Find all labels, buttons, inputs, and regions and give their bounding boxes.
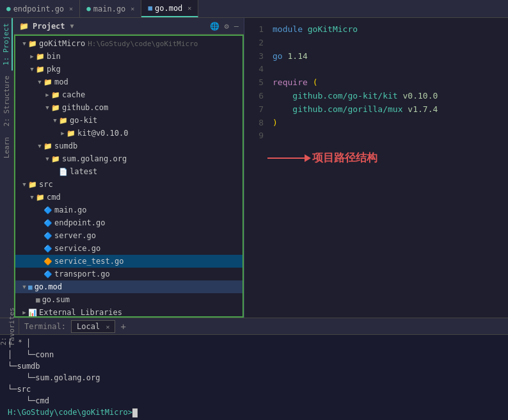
folder-icon: 📁 <box>28 40 37 48</box>
expand-arrow-icon: ▼ <box>44 104 51 111</box>
expand-arrow-icon: ▼ <box>44 156 51 162</box>
expand-arrow-icon: ▼ <box>20 40 28 47</box>
tree-item-external-libs[interactable]: ▶ 📊 External Libraries <box>15 306 242 318</box>
bottom-panel: 2: Favorites ★ Terminal: Local ✕ + │ │ │… <box>0 318 508 420</box>
favorites-side-tab[interactable]: 2: Favorites ★ <box>5 318 19 334</box>
term-line-4: └─sum.golang.org <box>8 372 500 384</box>
tree-item-go-kit[interactable]: ▼ 📁 go-kit <box>15 114 242 127</box>
code-line-7: github.com/gorilla/mux v1.7.4 <box>273 103 508 117</box>
tree-item-transport-go[interactable]: 🔷 transport.go <box>15 268 242 280</box>
tree-item-github-com[interactable]: ▼ 📁 github.com <box>15 101 242 114</box>
terminal-tab-close-icon[interactable]: ✕ <box>106 323 109 330</box>
arrow-shaft <box>267 158 306 159</box>
term-line-1: │ │ <box>8 337 500 349</box>
tree-item-service-test-go[interactable]: 🔶 service_test.go <box>15 255 242 268</box>
code-line-9 <box>273 129 508 143</box>
tree-item-latest[interactable]: 📄 latest <box>15 165 242 178</box>
folder-icon: 📁 <box>51 155 60 163</box>
term-prompt-line: H:\GoStudy\code\goKitMicro> <box>8 407 500 418</box>
tab-main-go[interactable]: ● main.go ✕ <box>80 0 141 17</box>
expand-arrow-icon: ▼ <box>28 194 36 200</box>
term-line-5: └─src <box>8 384 500 395</box>
main-area: 1: Project 2: Structure Learn 📁 Project … <box>0 18 508 318</box>
expand-arrow-icon: ▼ <box>20 284 28 290</box>
file-icon: 📄 <box>59 168 68 176</box>
terminal-tab-bar: 2: Favorites ★ Terminal: Local ✕ + <box>0 318 508 335</box>
tree-item-kit[interactable]: ▶ 📁 kit@v0.10.0 <box>15 127 242 140</box>
project-icon: 📁 <box>19 22 29 31</box>
tree-item-cmd[interactable]: ▼ 📁 cmd <box>15 191 242 204</box>
tree-item-pkg[interactable]: ▼ 📁 pkg <box>15 63 242 76</box>
folder-icon: 📁 <box>59 117 68 125</box>
tree-item-service-go[interactable]: 🔷 service.go <box>15 242 242 255</box>
tab-endpoint-go[interactable]: ● endpoint.go ✕ <box>0 0 80 17</box>
tab-close-icon[interactable]: ✕ <box>187 4 191 12</box>
settings-icon[interactable]: ⚙ <box>225 22 229 31</box>
favorites-label: 2: Favorites ★ <box>0 307 24 346</box>
folder-icon: 📁 <box>28 181 37 189</box>
header-icons: 🌐 ⚙ — <box>210 22 239 31</box>
expand-arrow-icon: ▶ <box>28 53 36 60</box>
tree-item-bin[interactable]: ▶ 📁 bin <box>15 50 242 63</box>
folder-icon: 📁 <box>36 193 45 202</box>
tree-item-cache[interactable]: ▶ 📁 cache <box>15 88 242 101</box>
folder-icon: 📁 <box>36 52 45 61</box>
code-line-8: ) <box>273 117 508 130</box>
tree-item-sum-golang[interactable]: ▼ 📁 sum.golang.org <box>15 152 242 165</box>
tree-item-endpoint-go[interactable]: 🔷 endpoint.go <box>15 216 242 229</box>
go-file-icon: ● <box>6 4 11 13</box>
tab-close-icon[interactable]: ✕ <box>131 5 134 12</box>
tree-item-sumdb[interactable]: ▼ 📁 sumdb <box>15 140 242 152</box>
tree-item-goKitMicro[interactable]: ▼ 📁 goKitMicro H:\GoStudy\code\goKitMicr… <box>15 37 242 50</box>
expand-arrow-icon: ▼ <box>36 143 44 149</box>
minimize-icon[interactable]: — <box>234 22 239 31</box>
folder-icon: 📁 <box>67 129 75 138</box>
sum-file-icon: ■ <box>36 296 40 304</box>
project-title: Project <box>33 22 65 31</box>
go-file-icon: ● <box>86 4 91 13</box>
mod-file-icon: ■ <box>148 4 152 12</box>
tree-item-go-mod[interactable]: ▼ ■ go.mod <box>15 280 242 293</box>
arrow-annotation: 项目路径结构 <box>267 149 377 166</box>
code-line-3: go 1.14 <box>273 50 508 63</box>
sidebar-item-learn[interactable]: Learn <box>1 132 12 163</box>
terminal-tab-local[interactable]: Local ✕ <box>71 320 115 333</box>
tree-item-go-sum[interactable]: ■ go.sum <box>15 293 242 306</box>
sidebar-item-structure[interactable]: 2: Structure <box>1 70 12 131</box>
annotation-arrow <box>267 158 306 159</box>
folder-icon: 📁 <box>44 142 52 150</box>
sidebar-item-project[interactable]: 1: Project <box>1 18 13 70</box>
go-file-icon: 🔷 <box>44 232 52 240</box>
go-test-file-icon: 🔶 <box>44 257 52 266</box>
term-line-2: │ └─conn <box>8 349 500 360</box>
tree-item-server-go[interactable]: 🔷 server.go <box>15 229 242 242</box>
mod-file-icon: ■ <box>28 283 33 291</box>
project-header: 📁 Project ▼ 🌐 ⚙ — <box>14 18 244 35</box>
side-nav-tabs: 1: Project 2: Structure Learn <box>0 18 14 318</box>
tree-item-src[interactable]: ▼ 📁 src <box>15 178 242 191</box>
terminal-cursor <box>132 408 138 417</box>
code-line-2 <box>273 36 508 50</box>
sidebar-panel: 📁 Project ▼ 🌐 ⚙ — ▼ 📁 goKitMicro H:\GoSt… <box>14 18 244 318</box>
tree-item-main-go[interactable]: 🔷 main.go <box>15 204 242 216</box>
go-file-icon: 🔷 <box>44 270 52 279</box>
library-icon: 📊 <box>28 309 37 317</box>
globe-icon[interactable]: 🌐 <box>210 22 219 31</box>
term-line-6: └─cmd <box>8 395 500 407</box>
terminal-content: │ │ │ └─conn └─sumdb └─sum.golang.org └─… <box>0 335 508 420</box>
code-line-4 <box>273 63 508 76</box>
editor-area: 1 2 3 4 5 6 7 8 9 module goKitMicro go 1… <box>244 18 508 318</box>
tree-item-mod[interactable]: ▼ 📁 mod <box>15 76 242 88</box>
editor-content[interactable]: module goKitMicro go 1.14 require ( gith… <box>267 18 508 318</box>
expand-arrow-icon: ▼ <box>36 79 44 85</box>
expand-arrow-icon: ▶ <box>59 130 67 136</box>
folder-icon: 📁 <box>44 78 52 86</box>
file-tree: ▼ 📁 goKitMicro H:\GoStudy\code\goKitMicr… <box>14 35 244 318</box>
tab-bar: ● endpoint.go ✕ ● main.go ✕ ■ go.mod ✕ <box>0 0 508 18</box>
go-file-icon: 🔷 <box>44 245 52 253</box>
add-terminal-button[interactable]: + <box>120 321 125 332</box>
code-line-5: require ( <box>273 76 508 90</box>
tab-go-mod[interactable]: ■ go.mod ✕ <box>141 0 198 17</box>
tab-close-icon[interactable]: ✕ <box>69 5 73 12</box>
annotation-text: 项目路径结构 <box>312 149 377 166</box>
